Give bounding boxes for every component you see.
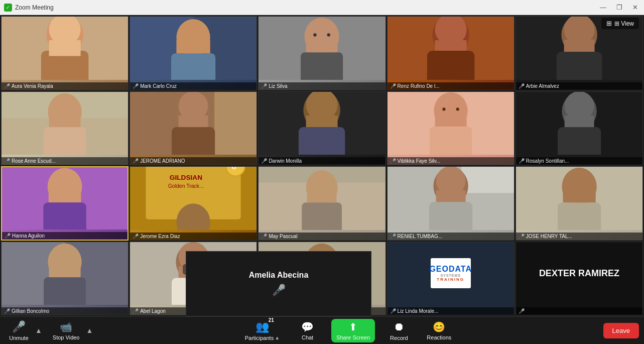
participant-name-5: Arbie Almalvez [526, 83, 559, 89]
mic-off-icon-5: 🎤 [519, 83, 525, 89]
maximize-button[interactable]: ❐ [614, 3, 624, 12]
participant-name-7: JEROME ADRIANO [140, 158, 185, 164]
amelia-mic-icon: 🎤 [272, 284, 286, 297]
video-chevron[interactable]: ▲ [86, 326, 93, 334]
participant-name-11: Hanna Aguilon [12, 233, 45, 239]
video-cell-20: DEXTER RAMIREZ 🎤 [516, 242, 643, 316]
mic-off-icon-14: 🎤 [390, 234, 396, 239]
svg-rect-67 [178, 224, 209, 230]
svg-rect-71 [302, 202, 342, 230]
record-icon: ⏺ [394, 320, 405, 333]
name-tag-20: 🎤 [516, 307, 642, 315]
record-button[interactable]: ⏺ Record [385, 318, 413, 343]
stop-video-button[interactable]: 📹 Stop Video [49, 319, 84, 342]
video-cell-13: 🎤 May Pascual [258, 166, 385, 241]
titlebar-left: ✓ Zoom Meeting [4, 4, 54, 12]
reactions-button[interactable]: 😊 Reactions [423, 319, 455, 342]
svg-rect-4 [49, 40, 81, 56]
svg-rect-36 [179, 115, 208, 127]
video-cell-14: 🎤 RENIEL TUMBAG... [387, 166, 514, 241]
amelia-name: Amelia Abecina [249, 271, 309, 280]
video-cell-16: 🎤 Gillian Boncolmo [1, 242, 128, 316]
person-15 [516, 167, 642, 230]
mic-off-icon-6: 🎤 [4, 158, 10, 164]
svg-rect-32 [214, 92, 256, 155]
name-tag-10: 🎤 Rosalyn Sontillan... [516, 157, 642, 165]
name-tag-16: 🎤 Gillian Boncolmo [2, 307, 128, 315]
participant-name-19: Liz Linda Morale... [398, 308, 439, 314]
mute-icon: 🎤 [12, 320, 26, 333]
svg-rect-53 [564, 115, 594, 127]
toolbar-center: 👥 21 Participants ▲ 💬 Chat ⬆ Share Scree… [93, 318, 603, 343]
name-tag-15: 🎤 JOSE HENRY TAL... [516, 233, 642, 240]
name-tag-9: 🎤 Viblikka Faye Silv... [388, 157, 514, 165]
close-button[interactable]: ✕ [630, 3, 640, 12]
svg-rect-39 [299, 127, 345, 155]
participants-icon-wrapper: 👥 21 [255, 320, 269, 333]
name-tag-19: 🎤 Liz Linda Morale... [388, 307, 514, 315]
svg-rect-30 [49, 114, 81, 127]
mic-off-icon-3: 🎤 [261, 83, 267, 89]
participant-name-4: Renz Rufino De l... [398, 83, 440, 89]
chat-icon: 💬 [301, 321, 314, 333]
name-tag-2: 🎤 Mark Carlo Cruz [130, 82, 256, 90]
participant-name-17: Abel Lagon [140, 308, 166, 314]
name-tag-1: 🎤 Aura Venia Rayala [2, 82, 128, 90]
mic-off-icon-15: 🎤 [519, 234, 525, 239]
participant-name-8: Darwin Monilla [269, 158, 302, 164]
mic-off-icon-2: 🎤 [133, 83, 139, 89]
participants-chevron[interactable]: ▲ [275, 335, 280, 340]
person-2 [130, 17, 256, 80]
person-6 [2, 92, 128, 155]
participant-name-13: May Pascual [269, 234, 297, 239]
titlebar-title: Zoom Meeting [15, 4, 54, 11]
mic-off-icon-8: 🎤 [261, 158, 267, 164]
svg-rect-58 [49, 189, 81, 202]
video-cell-10: 🎤 Rosalyn Sontillan... [516, 91, 643, 166]
mic-off-icon-20: 🎤 [519, 308, 525, 314]
participants-button[interactable]: 👥 21 Participants ▲ [241, 318, 284, 343]
svg-rect-78 [436, 190, 465, 202]
video-cell-19: GEODATA SYSTEMS TRAINING 🎤 Liz Linda Mor… [387, 242, 514, 316]
mic-off-icon-12: 🎤 [133, 234, 139, 239]
unmute-chevron[interactable]: ▲ [35, 326, 42, 334]
mic-off-icon-7: 🎤 [133, 158, 139, 164]
svg-point-47 [442, 107, 445, 110]
mic-off-icon-10: 🎤 [519, 158, 525, 164]
chat-button[interactable]: 💬 Chat [294, 319, 321, 342]
participant-name-3: Liz Silva [269, 83, 287, 89]
unmute-button[interactable]: 🎤 Unmute [5, 318, 33, 343]
geodata-text: GEODATA [429, 265, 472, 274]
svg-rect-76 [429, 202, 472, 230]
video-cell-1: 🎤 Aura Venia Rayala [1, 16, 128, 90]
svg-rect-13 [306, 39, 338, 52]
name-tag-4: 🎤 Renz Rufino De l... [388, 82, 514, 90]
mic-off-icon-4: 🎤 [390, 83, 396, 89]
leave-button[interactable]: Leave [603, 323, 639, 338]
dexter-name-display: DEXTER RAMIREZ [539, 268, 619, 289]
share-screen-button[interactable]: ⬆ Share Screen [331, 319, 375, 342]
svg-rect-46 [435, 113, 466, 126]
participants-label: Participants [245, 335, 274, 341]
svg-point-15 [327, 33, 330, 36]
person-3 [259, 17, 385, 80]
minimize-button[interactable]: — [598, 3, 608, 12]
video-cell-6: 🎤 Rose Anne Escud... [1, 91, 128, 166]
svg-rect-25 [564, 40, 594, 52]
participant-name-12: Jerome Ezra Diaz [140, 234, 180, 239]
mic-off-icon-9: 🎤 [390, 158, 396, 164]
reactions-icon: 😊 [433, 321, 445, 333]
participant-name-2: Mark Carlo Cruz [140, 83, 177, 89]
svg-rect-8 [171, 53, 215, 79]
view-button[interactable]: ⊞ ⊞ View [601, 18, 639, 29]
stop-video-label: Stop Video [53, 334, 80, 340]
svg-rect-34 [172, 127, 215, 155]
geodata-subtext: SYSTEMS [440, 274, 460, 277]
participant-name-9: Viblikka Faye Silv... [398, 158, 441, 164]
svg-rect-82 [563, 189, 595, 202]
participant-name-16: Gillian Boncolmo [12, 308, 49, 314]
video-cell-2: 🎤 Mark Carlo Cruz [130, 16, 257, 90]
titlebar-controls[interactable]: — ❐ ✕ [598, 3, 640, 12]
svg-rect-20 [435, 40, 466, 51]
svg-rect-72 [307, 190, 337, 202]
